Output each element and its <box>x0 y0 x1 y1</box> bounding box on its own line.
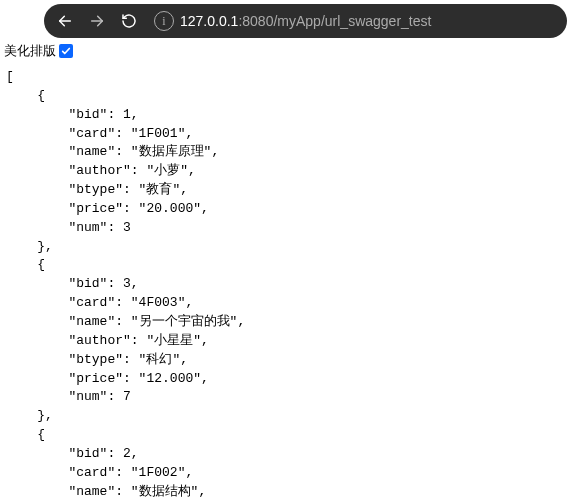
pretty-print-checkbox[interactable] <box>59 44 73 58</box>
url-text: 127.0.0.1:8080/myApp/url_swagger_test <box>180 13 431 29</box>
address-bar[interactable]: i 127.0.0.1:8080/myApp/url_swagger_test <box>150 9 561 33</box>
browser-toolbar: i 127.0.0.1:8080/myApp/url_swagger_test <box>44 4 567 38</box>
json-output: [ { "bid": 1, "card": "1F001", "name": "… <box>2 62 569 500</box>
reload-button[interactable] <box>114 7 144 35</box>
forward-button[interactable] <box>82 7 112 35</box>
site-info-icon[interactable]: i <box>154 11 174 31</box>
page-content: 美化排版 [ { "bid": 1, "card": "1F001", "nam… <box>0 42 571 500</box>
pretty-print-label: 美化排版 <box>4 42 56 60</box>
check-icon <box>61 46 71 56</box>
pretty-print-control: 美化排版 <box>2 42 569 62</box>
back-button[interactable] <box>50 7 80 35</box>
